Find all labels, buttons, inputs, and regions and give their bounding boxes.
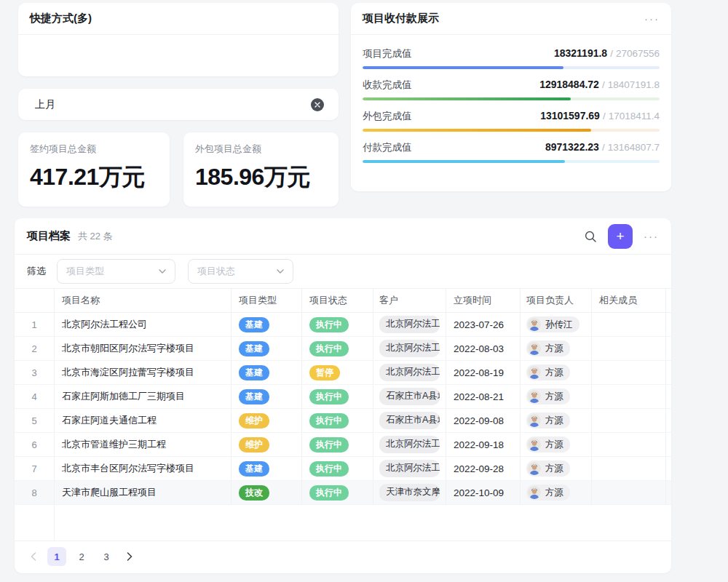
progress-current: 12918484.72 [539, 79, 599, 90]
chevron-down-icon [277, 269, 284, 274]
filter-label: 筛选 [27, 265, 46, 278]
project-status-badge: 执行中 [309, 437, 349, 453]
close-icon[interactable] [311, 98, 324, 111]
progress-separator: / [602, 142, 605, 153]
progress-track [363, 97, 660, 100]
project-type-badge: 维护 [239, 413, 269, 428]
avatar [528, 366, 541, 379]
pagination-page-3[interactable]: 3 [97, 547, 116, 566]
table-row[interactable]: 8 天津市爬山服工程项目 技改 执行中 天津市奈文摩尔公司 2022-10-09… [15, 481, 671, 505]
payments-title: 项目收付款展示 [363, 12, 439, 25]
avatar [528, 438, 541, 451]
table-header-row: 项目名称 项目类型 项目状态 客户 立项时间 项目负责人 相关成员 [15, 288, 671, 313]
row-index: 4 [15, 385, 55, 408]
progress-track [363, 129, 660, 132]
row-index: 6 [15, 433, 55, 456]
progress-separator: / [602, 79, 605, 90]
customer-tag: 北京阿尔法工程公司 [379, 316, 440, 333]
project-type-badge: 技改 [239, 485, 269, 501]
project-date: 2022-08-21 [446, 385, 521, 408]
filter-project-type-select[interactable]: 项目类型 [57, 259, 175, 284]
row-index: 5 [15, 409, 55, 432]
project-type-badge: 基建 [239, 389, 269, 404]
project-name: 石家庄阿道夫通信工程 [55, 409, 232, 432]
table-row[interactable]: 1 北京阿尔法工程公司 基建 执行中 北京阿尔法工程公司 2023-07-26 … [15, 313, 671, 337]
projects-title: 项目档案 [27, 229, 71, 243]
customer-tag: 天津市奈文摩尔公司 [379, 484, 440, 501]
table-row[interactable]: 5 石家庄阿道夫通信工程 维护 执行中 石家庄市A县城投公司 2022-09-0… [15, 409, 671, 433]
project-date: 2022-08-19 [446, 361, 521, 384]
last-month-filter[interactable]: 上月 [18, 89, 339, 120]
progress-separator: / [603, 111, 606, 121]
project-name: 北京市海淀区阿拉蕾写字楼项目 [55, 361, 232, 384]
owner-tag: 孙传江 [526, 316, 579, 332]
customer-tag: 北京阿尔法工程公司 [379, 436, 440, 453]
project-date: 2023-07-26 [446, 313, 521, 336]
pagination-page-1[interactable]: 1 [47, 547, 66, 566]
search-icon[interactable] [584, 230, 597, 243]
customer-tag: 北京阿尔法工程公司 [379, 340, 440, 357]
project-status-badge: 执行中 [309, 413, 349, 428]
owner-tag: 方源 [526, 485, 570, 501]
progress-current: 8971322.23 [545, 141, 599, 153]
project-name: 北京市管道维护三期工程 [55, 433, 232, 456]
avatar [528, 462, 541, 475]
customer-tag: 北京阿尔法工程公司 [379, 460, 440, 477]
table-row[interactable]: 3 北京市海淀区阿拉蕾写字楼项目 基建 暂停 北京阿尔法工程公司 2022-08… [15, 361, 671, 385]
row-index: 8 [15, 481, 55, 504]
progress-total: 18407191.8 [608, 79, 660, 90]
related-members [592, 313, 666, 336]
related-members [592, 409, 666, 432]
table-row[interactable]: 2 北京市朝阳区阿尔法写字楼项目 基建 执行中 北京阿尔法工程公司 2022-0… [15, 337, 671, 361]
customer-tag: 石家庄市A县城投公司 [379, 412, 440, 429]
projects-count: 共 22 条 [78, 230, 113, 243]
metric-label: 签约项目总金额 [30, 143, 158, 156]
column-header-index [15, 289, 55, 312]
project-status-badge: 执行中 [309, 461, 349, 477]
project-name: 北京市丰台区阿尔法写字楼项目 [55, 457, 232, 480]
progress-total: 27067556 [616, 48, 660, 59]
table-row[interactable]: 7 北京市丰台区阿尔法写字楼项目 基建 执行中 北京阿尔法工程公司 2022-0… [15, 457, 671, 481]
project-name: 北京阿尔法工程公司 [55, 313, 232, 336]
table-row[interactable]: 6 北京市管道维护三期工程 维护 执行中 北京阿尔法工程公司 2022-09-1… [15, 433, 671, 457]
add-record-button[interactable]: + [608, 224, 633, 249]
customer-tag: 北京阿尔法工程公司 [379, 364, 440, 381]
progress-current: 13101597.69 [540, 110, 600, 121]
metric-card-outsource-total: 外包项目总金额 185.96万元 [183, 132, 339, 207]
owner-tag: 方源 [526, 364, 570, 380]
filter-project-status-select[interactable]: 项目状态 [188, 259, 293, 284]
project-name: 北京市朝阳区阿尔法写字楼项目 [55, 337, 232, 360]
last-month-label: 上月 [35, 98, 55, 111]
more-icon[interactable]: ··· [644, 231, 659, 242]
progress-item-payments: 付款完成值 8971322.23/13164807.7 [363, 140, 660, 163]
metric-value: 417.21万元 [30, 162, 158, 194]
metric-label: 外包项目总金额 [195, 143, 327, 156]
project-date: 2022-10-09 [446, 481, 521, 504]
column-header-type: 项目类型 [232, 289, 302, 312]
related-members [592, 457, 666, 480]
chevron-right-icon [127, 552, 132, 561]
progress-total: 17018411.4 [609, 111, 660, 121]
pagination-page-2[interactable]: 2 [72, 547, 91, 566]
related-members [592, 385, 666, 408]
filter-bar: 筛选 项目类型 项目状态 [15, 255, 671, 288]
table-row[interactable]: 4 石家庄阿斯加德工厂三期项目 基建 执行中 石家庄市A县城投公司 2022-0… [15, 385, 671, 409]
customer-tag: 石家庄市A县城投公司 [379, 388, 440, 405]
projects-header: 项目档案 共 22 条 + ··· [15, 218, 671, 255]
related-members [592, 481, 666, 504]
pagination-prev[interactable] [25, 547, 41, 566]
column-header-members: 相关成员 [592, 289, 666, 312]
avatar [528, 486, 541, 499]
owner-name: 方源 [545, 391, 563, 403]
payments-panel: 项目收付款展示 ··· 项目完成值 18321191.8/27067556 收款… [351, 3, 671, 191]
project-type-badge: 基建 [239, 365, 269, 380]
metric-value: 185.96万元 [195, 162, 327, 194]
project-status-badge: 暂停 [309, 365, 340, 380]
more-icon[interactable]: ··· [644, 13, 660, 24]
avatar [528, 414, 541, 427]
pagination-next[interactable] [122, 547, 138, 566]
shortcuts-header: 快捷方式(多) [18, 3, 339, 35]
row-index: 2 [15, 337, 55, 360]
avatar [528, 342, 541, 355]
owner-tag: 方源 [526, 388, 570, 404]
